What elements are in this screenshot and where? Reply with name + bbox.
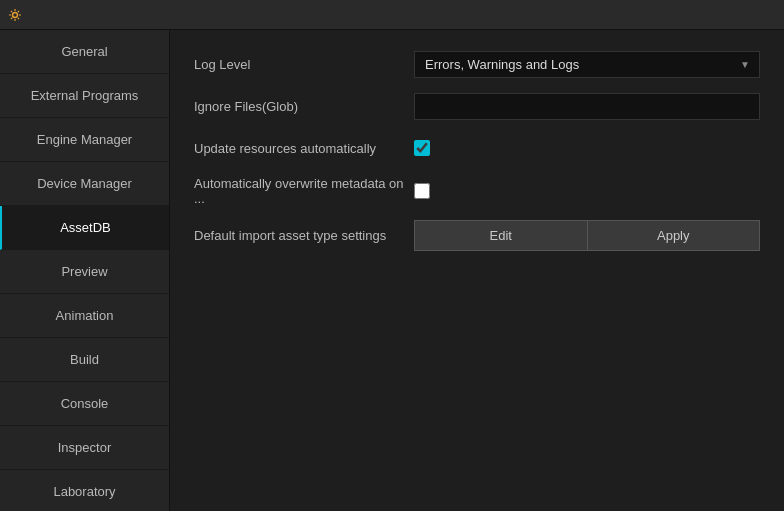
settings-row-3: Automatically overwrite metadata on ...	[194, 176, 760, 206]
log-level-dropdown[interactable]: Errors, Warnings and LogsErrors OnlyWarn…	[414, 51, 760, 78]
checkbox-3[interactable]	[414, 183, 430, 199]
sidebar-item-console[interactable]: Console	[0, 382, 169, 426]
content-area: Log LevelErrors, Warnings and LogsErrors…	[170, 30, 784, 511]
sidebar-item-laboratory[interactable]: Laboratory	[0, 470, 169, 511]
sidebar-item-assetdb[interactable]: AssetDB	[0, 206, 169, 250]
sidebar-item-general[interactable]: General	[0, 30, 169, 74]
settings-label-0: Log Level	[194, 57, 414, 72]
settings-table: Log LevelErrors, Warnings and LogsErrors…	[194, 50, 760, 251]
settings-control-4: EditApply	[414, 220, 760, 251]
button-group-4: EditApply	[414, 220, 760, 251]
svg-point-0	[13, 12, 18, 17]
settings-row-4: Default import asset type settingsEditAp…	[194, 220, 760, 251]
sidebar-item-inspector[interactable]: Inspector	[0, 426, 169, 470]
sidebar-item-external-programs[interactable]: External Programs	[0, 74, 169, 118]
settings-control-2	[414, 140, 760, 156]
title-bar	[0, 0, 784, 30]
settings-label-2: Update resources automatically	[194, 141, 414, 156]
sidebar-item-preview[interactable]: Preview	[0, 250, 169, 294]
dropdown-wrapper-0: Errors, Warnings and LogsErrors OnlyWarn…	[414, 51, 760, 78]
sidebar-item-build[interactable]: Build	[0, 338, 169, 382]
settings-label-3: Automatically overwrite metadata on ...	[194, 176, 414, 206]
main-layout: GeneralExternal ProgramsEngine ManagerDe…	[0, 30, 784, 511]
sidebar-item-engine-manager[interactable]: Engine Manager	[0, 118, 169, 162]
sidebar: GeneralExternal ProgramsEngine ManagerDe…	[0, 30, 170, 511]
checkbox-2[interactable]	[414, 140, 430, 156]
settings-control-3	[414, 183, 760, 199]
settings-row-0: Log LevelErrors, Warnings and LogsErrors…	[194, 50, 760, 78]
settings-control-0: Errors, Warnings and LogsErrors OnlyWarn…	[414, 51, 760, 78]
preferences-icon	[8, 8, 22, 22]
ignore-files-input[interactable]	[414, 93, 760, 120]
settings-label-1: Ignore Files(Glob)	[194, 99, 414, 114]
settings-row-2: Update resources automatically	[194, 134, 760, 162]
title-bar-left	[8, 8, 28, 22]
settings-control-1	[414, 93, 760, 120]
sidebar-item-device-manager[interactable]: Device Manager	[0, 162, 169, 206]
sidebar-item-animation[interactable]: Animation	[0, 294, 169, 338]
settings-label-4: Default import asset type settings	[194, 228, 414, 243]
edit-button[interactable]: Edit	[414, 220, 588, 251]
apply-button[interactable]: Apply	[588, 220, 761, 251]
settings-row-1: Ignore Files(Glob)	[194, 92, 760, 120]
